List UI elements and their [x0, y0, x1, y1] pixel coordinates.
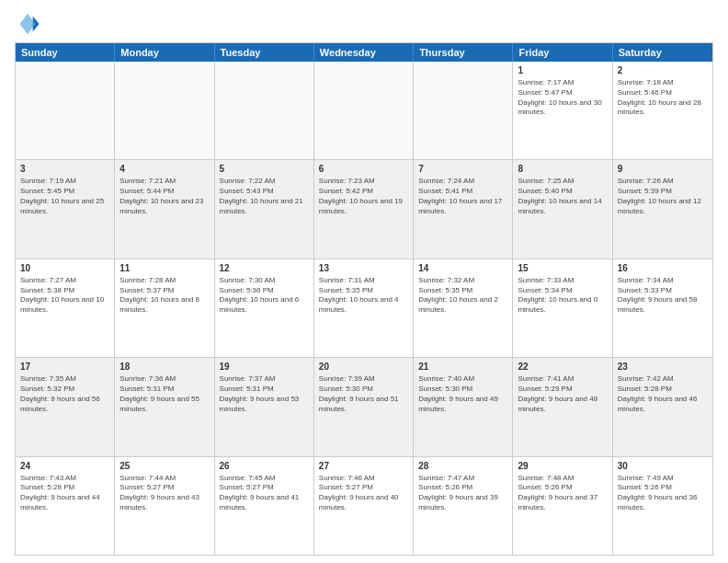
cal-cell-empty-0 [16, 62, 115, 159]
cell-text: Sunrise: 7:39 AM Sunset: 5:30 PM Dayligh… [319, 374, 408, 414]
cal-cell-12: 12Sunrise: 7:30 AM Sunset: 5:36 PM Dayli… [215, 259, 314, 357]
cell-text: Sunrise: 7:35 AM Sunset: 5:32 PM Dayligh… [20, 374, 109, 414]
day-number: 1 [518, 64, 607, 76]
cal-cell-7: 7Sunrise: 7:24 AM Sunset: 5:41 PM Daylig… [414, 160, 513, 258]
cell-text: Sunrise: 7:22 AM Sunset: 5:43 PM Dayligh… [220, 177, 309, 216]
day-number: 9 [618, 163, 708, 175]
cal-cell-4: 4Sunrise: 7:21 AM Sunset: 5:44 PM Daylig… [115, 160, 214, 258]
day-number: 6 [319, 163, 408, 175]
day-number: 5 [220, 163, 309, 175]
cal-cell-26: 26Sunrise: 7:45 AM Sunset: 5:27 PM Dayli… [215, 457, 314, 555]
cell-text: Sunrise: 7:47 AM Sunset: 5:26 PM Dayligh… [418, 474, 507, 513]
cal-cell-9: 9Sunrise: 7:26 AM Sunset: 5:39 PM Daylig… [613, 160, 712, 258]
day-number: 13 [319, 262, 408, 274]
header-day-wednesday: Wednesday [314, 43, 414, 62]
cal-cell-30: 30Sunrise: 7:49 AM Sunset: 5:26 PM Dayli… [613, 457, 712, 555]
cal-cell-3: 3Sunrise: 7:19 AM Sunset: 5:45 PM Daylig… [16, 160, 115, 258]
logo [15, 11, 44, 37]
cell-text: Sunrise: 7:36 AM Sunset: 5:31 PM Dayligh… [119, 374, 209, 414]
cell-text: Sunrise: 7:23 AM Sunset: 5:42 PM Dayligh… [319, 177, 408, 216]
cal-cell-22: 22Sunrise: 7:41 AM Sunset: 5:29 PM Dayli… [513, 358, 612, 455]
day-number: 2 [618, 64, 708, 76]
cell-text: Sunrise: 7:17 AM Sunset: 5:47 PM Dayligh… [518, 78, 607, 118]
header [15, 11, 713, 37]
cal-cell-14: 14Sunrise: 7:32 AM Sunset: 5:35 PM Dayli… [414, 259, 513, 357]
day-number: 18 [119, 361, 209, 373]
cal-row-3: 17Sunrise: 7:35 AM Sunset: 5:32 PM Dayli… [16, 357, 712, 455]
cell-text: Sunrise: 7:40 AM Sunset: 5:30 PM Dayligh… [418, 374, 507, 414]
cell-text: Sunrise: 7:18 AM Sunset: 5:46 PM Dayligh… [618, 78, 708, 118]
day-number: 22 [518, 361, 607, 373]
day-number: 12 [220, 262, 309, 274]
day-number: 16 [618, 262, 708, 274]
day-number: 17 [20, 361, 109, 373]
cal-cell-5: 5Sunrise: 7:22 AM Sunset: 5:43 PM Daylig… [215, 160, 314, 258]
logo-icon [15, 11, 40, 37]
day-number: 28 [418, 460, 507, 472]
calendar: SundayMondayTuesdayWednesdayThursdayFrid… [15, 42, 713, 556]
day-number: 24 [20, 460, 109, 472]
cal-row-1: 3Sunrise: 7:19 AM Sunset: 5:45 PM Daylig… [16, 159, 712, 258]
cal-cell-6: 6Sunrise: 7:23 AM Sunset: 5:42 PM Daylig… [314, 160, 414, 258]
cell-text: Sunrise: 7:28 AM Sunset: 5:37 PM Dayligh… [119, 276, 209, 316]
header-day-thursday: Thursday [414, 43, 513, 62]
cell-text: Sunrise: 7:21 AM Sunset: 5:44 PM Dayligh… [119, 177, 209, 216]
cal-cell-27: 27Sunrise: 7:46 AM Sunset: 5:27 PM Dayli… [314, 457, 414, 555]
cal-cell-empty-2 [215, 62, 314, 159]
cal-cell-empty-1 [115, 62, 214, 159]
day-number: 8 [518, 163, 607, 175]
header-day-saturday: Saturday [613, 43, 712, 62]
day-number: 3 [20, 163, 109, 175]
cell-text: Sunrise: 7:43 AM Sunset: 5:28 PM Dayligh… [20, 474, 109, 513]
header-day-tuesday: Tuesday [215, 43, 314, 62]
cal-cell-empty-4 [414, 62, 513, 159]
day-number: 10 [20, 262, 109, 274]
cell-text: Sunrise: 7:46 AM Sunset: 5:27 PM Dayligh… [319, 474, 408, 513]
cell-text: Sunrise: 7:34 AM Sunset: 5:33 PM Dayligh… [618, 276, 708, 316]
cal-cell-29: 29Sunrise: 7:48 AM Sunset: 5:26 PM Dayli… [513, 457, 612, 555]
calendar-header: SundayMondayTuesdayWednesdayThursdayFrid… [16, 43, 712, 62]
day-number: 14 [418, 262, 507, 274]
cal-cell-23: 23Sunrise: 7:42 AM Sunset: 5:28 PM Dayli… [613, 358, 712, 455]
cal-cell-19: 19Sunrise: 7:37 AM Sunset: 5:31 PM Dayli… [215, 358, 314, 455]
cal-cell-18: 18Sunrise: 7:36 AM Sunset: 5:31 PM Dayli… [115, 358, 214, 455]
cell-text: Sunrise: 7:27 AM Sunset: 5:38 PM Dayligh… [20, 276, 109, 316]
day-number: 20 [319, 361, 408, 373]
header-day-friday: Friday [513, 43, 612, 62]
cal-cell-13: 13Sunrise: 7:31 AM Sunset: 5:35 PM Dayli… [314, 259, 414, 357]
day-number: 4 [119, 163, 209, 175]
day-number: 15 [518, 262, 607, 274]
cal-cell-16: 16Sunrise: 7:34 AM Sunset: 5:33 PM Dayli… [613, 259, 712, 357]
cal-cell-2: 2Sunrise: 7:18 AM Sunset: 5:46 PM Daylig… [613, 62, 712, 159]
day-number: 21 [418, 361, 507, 373]
cell-text: Sunrise: 7:33 AM Sunset: 5:34 PM Dayligh… [518, 276, 607, 316]
cell-text: Sunrise: 7:41 AM Sunset: 5:29 PM Dayligh… [518, 374, 607, 414]
day-number: 11 [119, 262, 209, 274]
day-number: 23 [618, 361, 708, 373]
cell-text: Sunrise: 7:48 AM Sunset: 5:26 PM Dayligh… [518, 474, 607, 513]
cal-cell-20: 20Sunrise: 7:39 AM Sunset: 5:30 PM Dayli… [314, 358, 414, 455]
day-number: 19 [220, 361, 309, 373]
header-day-monday: Monday [115, 43, 214, 62]
cal-row-2: 10Sunrise: 7:27 AM Sunset: 5:38 PM Dayli… [16, 259, 712, 357]
cell-text: Sunrise: 7:24 AM Sunset: 5:41 PM Dayligh… [418, 177, 507, 216]
day-number: 27 [319, 460, 408, 472]
cal-row-0: 1Sunrise: 7:17 AM Sunset: 5:47 PM Daylig… [16, 62, 712, 159]
day-number: 26 [220, 460, 309, 472]
cal-cell-15: 15Sunrise: 7:33 AM Sunset: 5:34 PM Dayli… [513, 259, 612, 357]
day-number: 29 [518, 460, 607, 472]
cell-text: Sunrise: 7:25 AM Sunset: 5:40 PM Dayligh… [518, 177, 607, 216]
cell-text: Sunrise: 7:32 AM Sunset: 5:35 PM Dayligh… [418, 276, 507, 316]
cal-cell-10: 10Sunrise: 7:27 AM Sunset: 5:38 PM Dayli… [16, 259, 115, 357]
cell-text: Sunrise: 7:31 AM Sunset: 5:35 PM Dayligh… [319, 276, 408, 316]
cal-cell-21: 21Sunrise: 7:40 AM Sunset: 5:30 PM Dayli… [414, 358, 513, 455]
cal-cell-17: 17Sunrise: 7:35 AM Sunset: 5:32 PM Dayli… [16, 358, 115, 455]
cal-cell-28: 28Sunrise: 7:47 AM Sunset: 5:26 PM Dayli… [414, 457, 513, 555]
day-number: 30 [618, 460, 708, 472]
cal-cell-8: 8Sunrise: 7:25 AM Sunset: 5:40 PM Daylig… [513, 160, 612, 258]
day-number: 7 [418, 163, 507, 175]
cal-cell-11: 11Sunrise: 7:28 AM Sunset: 5:37 PM Dayli… [115, 259, 214, 357]
cell-text: Sunrise: 7:45 AM Sunset: 5:27 PM Dayligh… [220, 474, 309, 513]
cal-row-4: 24Sunrise: 7:43 AM Sunset: 5:28 PM Dayli… [16, 456, 712, 555]
cell-text: Sunrise: 7:19 AM Sunset: 5:45 PM Dayligh… [20, 177, 109, 216]
